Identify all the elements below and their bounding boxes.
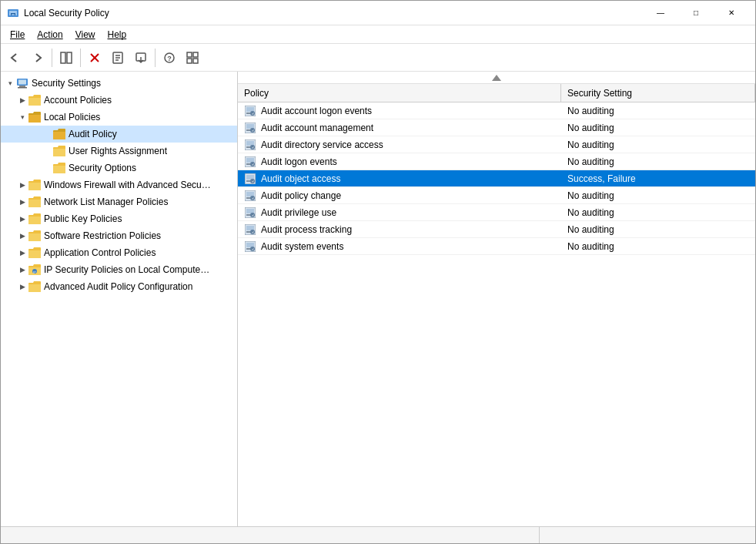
tree-item-software-restriction[interactable]: ▶ Software Restriction Policies xyxy=(1,227,237,244)
status-left xyxy=(1,527,540,543)
svg-rect-19 xyxy=(193,59,198,63)
tree-item-network-list[interactable]: ▶ Network List Manager Policies xyxy=(1,193,237,210)
svg-text:?: ? xyxy=(167,55,172,62)
folder-advanced-icon xyxy=(28,280,41,293)
svg-text:✔: ✔ xyxy=(252,163,254,166)
tree-item-advanced-audit[interactable]: ▶ Advanced Audit Policy Configuration xyxy=(1,278,237,295)
main-content: ▾ Security Settings ▶ xyxy=(1,72,755,526)
computer-icon xyxy=(16,77,28,89)
svg-rect-22 xyxy=(19,86,25,87)
toggle-windows-firewall[interactable]: ▶ xyxy=(16,179,28,191)
minimize-button[interactable]: — xyxy=(643,1,678,25)
show-hide-button[interactable] xyxy=(55,47,77,69)
svg-rect-21 xyxy=(18,80,26,85)
menu-action[interactable]: Action xyxy=(31,28,69,42)
tree-label-advanced-audit: Advanced Audit Policy Configuration xyxy=(44,281,192,292)
setting-cell-privilege-use: No auditing xyxy=(561,207,755,218)
audit-icon-object-access: ✔ xyxy=(244,173,256,185)
tree-label-account-policies: Account Policies xyxy=(44,95,112,106)
setting-cell-directory-service: No auditing xyxy=(561,139,755,150)
svg-text:✔: ✔ xyxy=(252,146,254,149)
delete-button[interactable] xyxy=(84,47,105,69)
toggle-app-control[interactable]: ▶ xyxy=(16,247,28,259)
toolbar-sep-1 xyxy=(52,49,52,67)
svg-rect-17 xyxy=(193,52,198,57)
folder-network-icon xyxy=(28,196,41,208)
setting-cell-account-mgmt: No auditing xyxy=(561,123,755,133)
window-title: Local Security Policy xyxy=(24,8,643,18)
policy-cell-directory-service: ✔ Audit directory service access xyxy=(238,139,561,151)
menu-help[interactable]: Help xyxy=(102,28,133,42)
toggle-ip-security[interactable]: ▶ xyxy=(16,264,28,276)
tree-item-security-options[interactable]: ▶ Security Options xyxy=(1,160,237,176)
maximize-button[interactable]: □ xyxy=(678,1,714,25)
toggle-network-list[interactable]: ▶ xyxy=(16,196,28,208)
setting-cell-object-access: Success, Failure xyxy=(561,173,755,184)
back-button[interactable] xyxy=(4,47,25,69)
svg-text:✔: ✔ xyxy=(252,196,254,200)
list-row-policy-change[interactable]: ✔ Audit policy change No auditing xyxy=(238,187,755,204)
toggle-security-settings[interactable]: ▾ xyxy=(4,77,16,89)
svg-text:✔: ✔ xyxy=(252,230,254,234)
help-button[interactable]: ? xyxy=(159,47,180,69)
title-bar: Local Security Policy — □ ✕ xyxy=(1,1,755,25)
folder-firewall-icon xyxy=(28,179,41,191)
menu-view[interactable]: View xyxy=(69,28,102,42)
list-row-privilege-use[interactable]: ✔ Audit privilege use No auditing xyxy=(238,204,755,221)
export-button[interactable] xyxy=(130,47,152,69)
setting-cell-logon-events: No auditing xyxy=(561,106,755,116)
header-setting[interactable]: Security Setting xyxy=(561,84,755,102)
tree-item-local-policies[interactable]: ▾ Local Policies xyxy=(1,109,237,126)
svg-text:✔: ✔ xyxy=(252,213,254,217)
tree-item-ip-security[interactable]: ▶ IP IP Security Policies on Local Compu… xyxy=(1,261,237,278)
policy-cell-system-events: ✔ Audit system events xyxy=(238,240,561,253)
tree-label-ip-security: IP Security Policies on Local Compute… xyxy=(44,264,209,275)
toggle-software-restriction[interactable]: ▶ xyxy=(16,230,28,242)
forward-button[interactable] xyxy=(27,47,49,69)
tree-item-windows-firewall[interactable]: ▶ Windows Firewall with Advanced Secu… xyxy=(1,176,237,193)
toggle-public-key[interactable]: ▶ xyxy=(16,213,28,225)
list-row-object-access[interactable]: ✔ Audit object access Success, Failure xyxy=(238,170,755,187)
svg-rect-4 xyxy=(61,52,65,63)
list-row-directory-service[interactable]: ✔ Audit directory service access No audi… xyxy=(238,136,755,153)
status-bar xyxy=(1,526,755,543)
extras-button[interactable] xyxy=(182,47,203,69)
svg-rect-16 xyxy=(187,52,192,57)
tree-item-account-policies[interactable]: ▶ Account Policies xyxy=(1,92,237,109)
svg-rect-5 xyxy=(67,52,72,63)
svg-text:IP: IP xyxy=(33,270,36,274)
header-policy[interactable]: Policy xyxy=(238,84,561,102)
audit-icon-privilege-use: ✔ xyxy=(244,207,256,219)
toggle-local-policies[interactable]: ▾ xyxy=(16,111,28,123)
tree-item-security-settings[interactable]: ▾ Security Settings xyxy=(1,75,237,92)
tree-item-user-rights[interactable]: ▶ User Rights Assignment xyxy=(1,143,237,160)
policy-cell-logon: ✔ Audit logon events xyxy=(238,156,561,168)
list-row-system-events[interactable]: ✔ Audit system events No auditing xyxy=(238,238,755,255)
svg-text:✔: ✔ xyxy=(252,247,254,251)
setting-cell-policy-change: No auditing xyxy=(561,190,755,201)
tree-label-app-control: Application Control Policies xyxy=(44,247,156,258)
toolbar-sep-2 xyxy=(80,49,81,67)
list-row-logon-events[interactable]: ✔ Audit account logon events No auditing xyxy=(238,102,755,119)
tree-label-software-restriction: Software Restriction Policies xyxy=(44,230,161,241)
toggle-account-policies[interactable]: ▶ xyxy=(16,94,28,106)
close-button[interactable]: ✕ xyxy=(714,1,749,25)
tree-scroll[interactable]: ▾ Security Settings ▶ xyxy=(1,75,237,523)
tree-label-local-policies: Local Policies xyxy=(44,112,100,123)
svg-rect-3 xyxy=(12,14,15,15)
audit-icon-account-mgmt: ✔ xyxy=(244,122,256,134)
folder-account-icon xyxy=(28,94,41,106)
menu-file[interactable]: File xyxy=(4,28,31,42)
list-row-logon[interactable]: ✔ Audit logon events No auditing xyxy=(238,153,755,170)
tree-item-audit-policy[interactable]: ▶ Audit Policy xyxy=(1,126,237,143)
audit-icon-logon-events: ✔ xyxy=(244,105,256,117)
list-row-account-mgmt[interactable]: ✔ Audit account management No auditing xyxy=(238,119,755,136)
tree-item-public-key[interactable]: ▶ Public Key Policies xyxy=(1,210,237,227)
tree-item-app-control[interactable]: ▶ Application Control Policies xyxy=(1,244,237,261)
list-row-process-tracking[interactable]: ✔ Audit process tracking No auditing xyxy=(238,221,755,238)
properties-button[interactable] xyxy=(107,47,129,69)
toolbar: ? xyxy=(1,44,755,72)
toggle-advanced-audit[interactable]: ▶ xyxy=(16,280,28,293)
toolbar-sep-3 xyxy=(155,49,156,67)
tree-label-windows-firewall: Windows Firewall with Advanced Secu… xyxy=(44,180,211,190)
